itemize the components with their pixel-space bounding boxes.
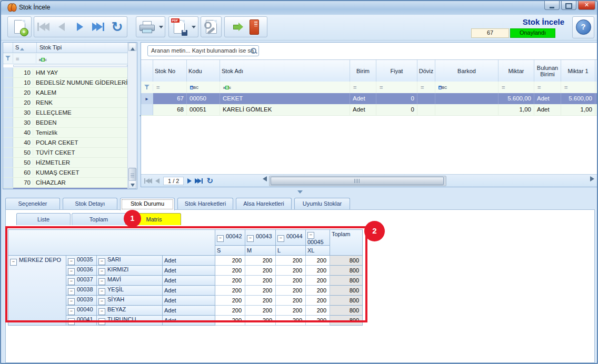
collapse-minus-icon[interactable]: − (68, 298, 75, 305)
scroll-down-button[interactable] (128, 180, 136, 189)
stock-type-row[interactable]: 20RENK (3, 98, 137, 108)
equals-filter-icon[interactable]: = (353, 84, 356, 90)
new-row-strip[interactable] (3, 64, 137, 68)
equals-filter-icon[interactable]: = (16, 56, 19, 62)
collapse-minus-icon[interactable]: − (68, 278, 75, 285)
equals-filter-icon[interactable]: = (380, 84, 383, 90)
stock-type-row[interactable]: 40Temizlik (3, 128, 137, 138)
matrix-value-cell[interactable]: 200 (215, 256, 245, 266)
stock-type-row[interactable]: ▸80KADIN KIYAFET (3, 188, 137, 189)
collapse-minus-icon[interactable]: − (68, 268, 75, 275)
hscroll-right-button[interactable] (590, 176, 594, 183)
filter-cell[interactable]: = (561, 82, 595, 93)
matrix-code-cell[interactable]: −00037 (66, 276, 97, 286)
matrix-value-cell[interactable]: 200 (306, 276, 330, 286)
matrix-row[interactable]: −MERKEZ DEPO−00035−SARIAdet2002002002008… (8, 256, 363, 266)
save-pdf-dropdown-button[interactable] (189, 16, 198, 37)
matrix-value-cell[interactable]: 200 (276, 266, 306, 276)
tab-uyumlu-stoklar[interactable]: Uyumlu Stoklar (294, 198, 350, 209)
matrix-color-cell[interactable]: −SİYAH (97, 296, 163, 306)
collapse-minus-icon[interactable]: − (277, 235, 284, 242)
subtab-toplam[interactable]: Toplam (72, 213, 126, 225)
search-input[interactable]: Aranan metin... Kayıt bulunamadı ise sa (147, 45, 259, 56)
go-previous-button[interactable] (52, 16, 71, 37)
matrix-value-cell[interactable]: 200 (306, 256, 330, 266)
equals-filter-icon[interactable]: = (502, 84, 505, 90)
stock-type-row[interactable]: 60KUMAŞ CEKET (3, 168, 137, 178)
help-button[interactable]: ? (572, 16, 594, 38)
filter-cell[interactable]: aBC (187, 82, 220, 93)
column-header[interactable]: Döviz (417, 60, 435, 82)
collapse-minus-icon[interactable]: − (68, 308, 75, 315)
collapse-minus-icon[interactable]: − (68, 318, 75, 325)
hscroll-left-button[interactable] (261, 176, 268, 185)
left-vertical-scrollbar[interactable] (127, 43, 137, 189)
subtab-liste[interactable]: Liste (16, 213, 71, 225)
save-pdf-button[interactable]: PDF (168, 16, 190, 37)
column-header[interactable]: Fiyat (376, 60, 417, 82)
matrix-color-cell[interactable]: −KIRMIZI (97, 266, 163, 276)
matrix-color-cell[interactable]: −MAVİ (97, 276, 163, 286)
stock-type-row[interactable]: 10BEDELSİZ NUMUNE GİDERLERİ (3, 78, 137, 88)
collapse-minus-icon[interactable]: − (10, 259, 17, 266)
print-button[interactable] (136, 16, 158, 37)
go-first-button[interactable] (34, 16, 53, 37)
equals-filter-icon[interactable]: = (564, 84, 567, 90)
column-header[interactable]: Kodu (187, 60, 220, 82)
stock-type-row[interactable]: 70CİHAZLAR (3, 178, 137, 188)
print-dropdown-button[interactable] (157, 16, 165, 37)
matrix-value-cell[interactable]: 200 (215, 286, 245, 296)
collapse-minus-icon[interactable]: − (247, 235, 254, 242)
equals-filter-icon[interactable]: = (537, 84, 541, 90)
filter-funnel-icon[interactable] (5, 55, 11, 61)
abc-filter-icon[interactable]: aBc (39, 58, 47, 62)
matrix-code-header[interactable]: −00043 (245, 230, 276, 246)
matrix-color-cell[interactable]: −BEYAZ (97, 306, 163, 316)
matrix-value-cell[interactable]: 200 (245, 286, 276, 296)
stock-type-row[interactable]: 30BEDEN (3, 118, 137, 128)
abc-filter-icon[interactable]: aBC (190, 86, 198, 89)
tab-stok-detayı[interactable]: Stok Detayı (63, 198, 117, 209)
matrix-value-cell[interactable]: 200 (276, 276, 306, 286)
matrix-color-cell[interactable]: −SARI (97, 256, 163, 266)
collapse-minus-icon[interactable]: − (98, 258, 105, 265)
collapse-minus-icon[interactable]: − (98, 298, 105, 305)
matrix-value-cell[interactable]: 200 (245, 316, 276, 326)
sort-column-header[interactable]: S (13, 43, 37, 53)
new-record-button[interactable]: + (7, 16, 32, 37)
stock-row[interactable]: ▸6700050CEKETAdet05.600,00Adet5.600,00 (141, 93, 597, 105)
column-header[interactable]: Miktar (499, 60, 534, 82)
matrix-code-cell[interactable]: −00035 (66, 256, 97, 266)
tab-stok-hareketleri[interactable]: Stok Hareketleri (177, 198, 233, 209)
matrix-value-cell[interactable]: 200 (245, 306, 276, 316)
filter-cell[interactable]: = (534, 82, 561, 93)
matrix-value-cell[interactable]: 200 (245, 296, 276, 306)
minimize-button[interactable] (544, 1, 560, 10)
matrix-value-cell[interactable]: 200 (245, 256, 276, 266)
print-settings-button[interactable] (201, 16, 222, 37)
filter-cell[interactable]: = (499, 82, 534, 93)
matrix-value-cell[interactable]: 200 (215, 296, 245, 306)
column-header[interactable]: Bulunan Birimi (534, 60, 561, 82)
collapse-minus-icon[interactable]: − (68, 288, 75, 295)
stock-type-row[interactable]: 50TÜVİT CEKET (3, 148, 137, 158)
matrix-value-cell[interactable]: 200 (276, 316, 306, 326)
hscrollbar-thumb[interactable] (271, 177, 444, 185)
collapse-minus-icon[interactable]: − (98, 278, 105, 285)
filter-cell[interactable]: = (350, 82, 376, 93)
matrix-value-cell[interactable]: 200 (245, 276, 276, 286)
matrix-code-cell[interactable]: −00039 (66, 296, 97, 306)
matrix-value-cell[interactable]: 200 (306, 286, 330, 296)
splitter-collapse-icon[interactable] (297, 190, 303, 196)
collapse-minus-icon[interactable]: − (307, 232, 314, 239)
matrix-depot-cell[interactable]: −MERKEZ DEPO (8, 256, 66, 326)
matrix-code-header[interactable]: −00045 (306, 230, 330, 246)
go-last-button[interactable] (89, 16, 108, 37)
pager-next-button[interactable] (187, 178, 192, 184)
matrix-value-cell[interactable]: 200 (276, 256, 306, 266)
pager-first-button[interactable] (144, 178, 152, 184)
column-header[interactable]: Stok No (153, 60, 187, 82)
matrix-code-cell[interactable]: −00041 (66, 316, 97, 326)
stock-type-row[interactable]: 20KALEM (3, 88, 137, 98)
maximize-button[interactable] (561, 1, 576, 10)
